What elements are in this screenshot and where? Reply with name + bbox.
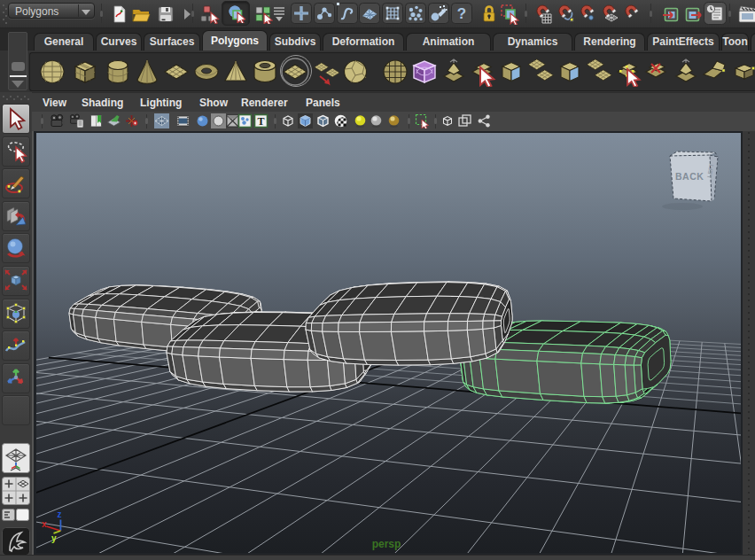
svg-text:z: z xyxy=(58,509,62,519)
svg-text:y: y xyxy=(51,533,57,543)
svg-text:T: T xyxy=(257,115,264,128)
svg-text:persp: persp xyxy=(372,538,401,550)
svg-text:x: x xyxy=(42,519,47,529)
svg-text:BACK: BACK xyxy=(675,171,704,182)
svg-text:?: ? xyxy=(456,5,465,22)
